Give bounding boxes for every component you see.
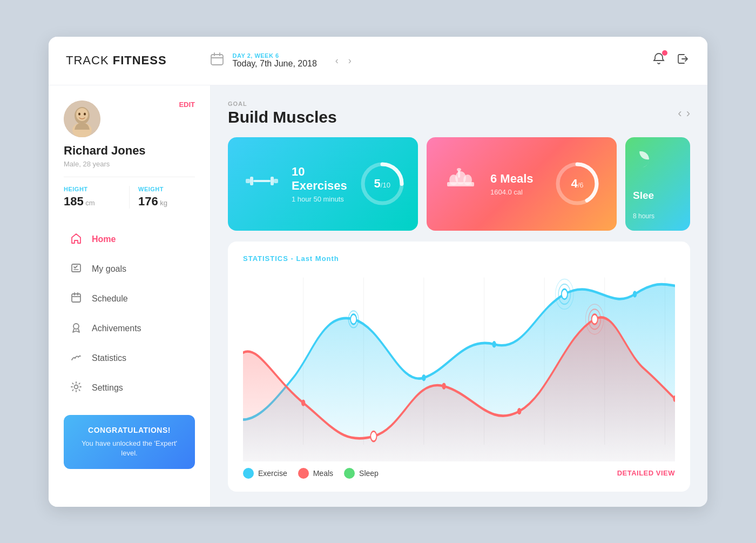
meals-card-title: 6 Meals <box>490 172 542 186</box>
right-panel: GOAL Build Muscles ‹ › <box>211 85 707 507</box>
sleep-legend-dot <box>344 468 355 479</box>
svg-point-43 <box>422 374 426 381</box>
weight-label: WEIGHT <box>138 186 195 192</box>
statistics-label: STATISTICS - Last Month <box>243 254 339 263</box>
congrats-box: CONGRATULATIONS! You have unlocked the '… <box>64 415 195 469</box>
height-value: 185 cm <box>64 195 120 209</box>
exercise-legend-dot <box>243 468 254 479</box>
sleep-card-sub: 8 hours <box>633 212 654 220</box>
chart-footer: Exercise Meals Sleep DETAILED VIEW <box>243 468 675 479</box>
svg-rect-0 <box>211 55 223 65</box>
goal-next-button[interactable]: › <box>686 106 690 120</box>
meals-progress-text: 4/6 <box>571 177 583 191</box>
prev-date-button[interactable]: ‹ <box>332 54 342 68</box>
sleep-legend-label: Sleep <box>359 469 379 478</box>
sidebar-label-settings: Settings <box>92 383 123 393</box>
exercise-card-info: 10 Exercises 1 hour 50 minuts <box>292 165 347 203</box>
svg-point-24 <box>457 168 461 171</box>
cards-row: 10 Exercises 1 hour 50 minuts 5/10 <box>228 137 690 231</box>
profile-name: Richard Jones <box>64 144 146 158</box>
sleep-icon <box>633 148 656 176</box>
sidebar-item-statistics[interactable]: Statistics <box>64 345 195 372</box>
next-date-button[interactable]: › <box>345 54 355 68</box>
exercise-progress-text: 5/10 <box>374 177 390 191</box>
svg-point-46 <box>301 399 305 406</box>
avatar <box>64 100 100 137</box>
logo: TRACK FITNESS <box>66 53 167 68</box>
profile-sub: Male, 28 years <box>64 160 110 168</box>
header-nav-arrows: ‹ › <box>332 54 355 68</box>
goal-label: GOAL <box>228 100 337 107</box>
exercise-legend-label: Exercise <box>258 469 287 478</box>
notification-button[interactable] <box>652 52 665 69</box>
sidebar: EDIT Richard Jones Male, 28 years HEIGHT… <box>49 85 211 507</box>
meals-card-info: 6 Meals 1604.0 cal <box>490 172 542 196</box>
height-label: HEIGHT <box>64 186 120 192</box>
svg-point-44 <box>492 341 496 347</box>
svg-point-45 <box>633 291 637 297</box>
logo-light: TRACK <box>66 53 113 67</box>
home-icon <box>69 232 83 247</box>
chart-section: STATISTICS - Last Month <box>228 242 690 492</box>
app-container: TRACK FITNESS DAY 2, WEEK 6 Today, 7th J… <box>49 37 707 507</box>
chart-header: STATISTICS - Last Month <box>243 254 675 263</box>
profile-stats: HEIGHT 185 cm WEIGHT 176 kg <box>64 177 195 209</box>
congrats-text: You have unlocked the 'Expert' level. <box>75 439 184 458</box>
exercise-icon <box>243 165 281 203</box>
weight-stat: WEIGHT 176 kg <box>130 186 195 209</box>
header-date-info: DAY 2, WEEK 6 Today, 7th June, 2018 <box>233 52 317 69</box>
svg-point-34 <box>350 314 356 324</box>
notification-badge <box>662 50 667 56</box>
meals-legend-label: Meals <box>313 469 333 478</box>
meals-progress-circle: 4/6 <box>553 159 602 208</box>
sleep-card: Slee 8 hours <box>625 137 690 231</box>
svg-rect-11 <box>246 179 250 183</box>
profile-top: EDIT <box>64 100 195 137</box>
meals-card: 6 Meals 1604.0 cal 4/6 <box>427 137 617 231</box>
sidebar-label-statistics: Statistics <box>92 353 126 363</box>
svg-rect-14 <box>271 177 274 185</box>
exercise-progress-circle: 5/10 <box>358 159 407 208</box>
edit-profile-link[interactable]: EDIT <box>179 100 195 109</box>
svg-rect-8 <box>72 294 80 302</box>
sidebar-item-settings[interactable]: Settings <box>64 374 195 402</box>
sidebar-label-home: Home <box>92 234 116 244</box>
sidebar-label-achievements: Achivements <box>92 324 141 333</box>
detailed-view-link[interactable]: DETAILED VIEW <box>617 469 675 477</box>
legend-meals: Meals <box>298 468 333 479</box>
day-week-label: DAY 2, WEEK 6 <box>233 52 317 59</box>
profile-section: EDIT Richard Jones Male, 28 years HEIGHT… <box>64 100 195 209</box>
sidebar-item-achievements[interactable]: Achivements <box>64 315 195 343</box>
svg-point-10 <box>75 385 78 388</box>
height-stat: HEIGHT 185 cm <box>64 186 130 209</box>
meals-legend-dot <box>298 468 309 479</box>
settings-icon <box>69 381 83 395</box>
goal-header: GOAL Build Muscles ‹ › <box>228 100 690 126</box>
sidebar-item-goals[interactable]: My goals <box>64 256 195 283</box>
header-center: DAY 2, WEEK 6 Today, 7th June, 2018 ‹ › <box>210 52 355 69</box>
goal-prev-button[interactable]: ‹ <box>678 106 681 120</box>
header: TRACK FITNESS DAY 2, WEEK 6 Today, 7th J… <box>49 37 707 85</box>
sidebar-label-schedule: Schedule <box>92 294 128 304</box>
exercise-card-sub: 1 hour 50 minuts <box>292 195 347 203</box>
sidebar-nav: Home My goals <box>64 226 195 402</box>
sleep-card-title: Slee <box>633 190 654 202</box>
svg-point-5 <box>84 112 86 115</box>
svg-rect-13 <box>250 177 253 185</box>
svg-point-40 <box>592 314 598 324</box>
date-full-label: Today, 7th June, 2018 <box>233 59 317 69</box>
legend-exercise: Exercise <box>243 468 287 479</box>
goal-title: Build Muscles <box>228 108 337 126</box>
main-content: EDIT Richard Jones Male, 28 years HEIGHT… <box>49 85 707 507</box>
svg-rect-7 <box>72 264 80 272</box>
chart-svg <box>243 269 675 461</box>
achievements-icon <box>69 321 83 336</box>
sidebar-item-home[interactable]: Home <box>64 226 195 253</box>
sidebar-item-schedule[interactable]: Schedule <box>64 285 195 313</box>
legend-sleep: Sleep <box>344 468 379 479</box>
logout-button[interactable] <box>676 52 690 69</box>
goal-info: GOAL Build Muscles <box>228 100 337 126</box>
calendar-icon <box>210 52 224 69</box>
goals-icon <box>69 262 83 277</box>
logo-bold: FITNESS <box>113 53 167 67</box>
